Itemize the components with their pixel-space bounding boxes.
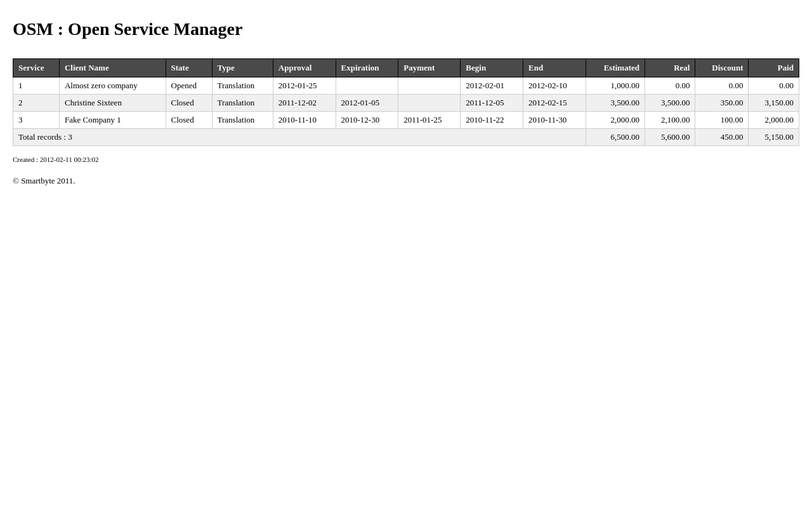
table-row: 3Fake Company 1ClosedTranslation2010-11-… [13,112,799,129]
col-header-payment: Payment [398,59,461,77]
col-header-state: State [166,59,212,77]
report-table: Service Client Name State Type Approval … [13,58,799,146]
col-header-approval: Approval [273,59,336,77]
col-header-paid: Paid [749,59,799,77]
page-title: OSM : Open Service Manager [13,19,799,39]
col-header-type: Type [212,59,273,77]
col-header-real: Real [645,59,695,77]
table-row: 1Almost zero companyOpenedTranslation201… [13,77,799,95]
created-timestamp: Created : 2012-02-11 00:23:02 [13,156,799,163]
col-header-end: End [523,59,586,77]
totals-row: Total records : 36,500.005,600.00450.005… [13,129,799,146]
table-row: 2Christine SixteenClosedTranslation2011-… [13,95,799,112]
col-header-estimated: Estimated [586,59,645,77]
col-header-expiration: Expiration [336,59,398,77]
col-header-discount: Discount [695,59,749,77]
table-header-row: Service Client Name State Type Approval … [13,59,799,77]
col-header-client-name: Client Name [59,59,166,77]
copyright: © Smartbyte 2011. [13,176,799,186]
col-header-begin: Begin [461,59,523,77]
col-header-service: Service [13,59,60,77]
